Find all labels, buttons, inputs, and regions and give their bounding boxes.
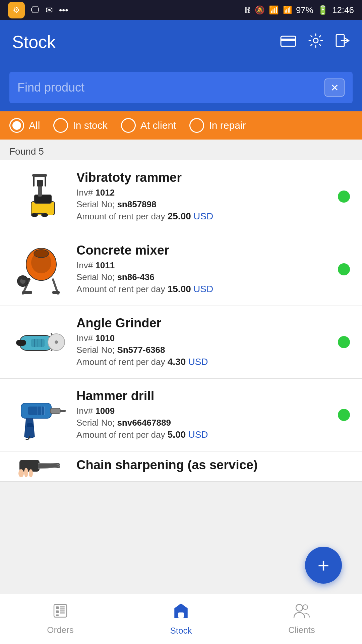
svg-rect-20 <box>22 291 32 294</box>
svg-rect-49 <box>56 614 59 616</box>
product-image-rammer <box>9 170 70 223</box>
svg-rect-1 <box>281 39 296 41</box>
product-name: Chain sharpening (as service) <box>76 458 353 472</box>
svg-point-45 <box>29 469 33 477</box>
add-product-button[interactable]: + <box>305 547 342 584</box>
svg-point-55 <box>296 604 303 611</box>
product-list: Vibratoty rammer Inv# 1012 Serial No; sn… <box>0 160 362 482</box>
svg-rect-14 <box>36 213 44 214</box>
nav-stock[interactable]: Stock <box>121 598 241 640</box>
svg-rect-51 <box>60 608 65 609</box>
battery-percent: 97% <box>296 5 313 15</box>
page-title: Stock <box>12 32 56 52</box>
product-image-mixer <box>9 243 70 296</box>
radio-all-inner <box>12 121 21 130</box>
status-indicator <box>338 409 350 421</box>
stock-icon <box>173 602 189 623</box>
svg-rect-29 <box>16 340 26 346</box>
product-name: Angle Grinder <box>76 316 331 330</box>
radio-client-outer <box>121 118 136 133</box>
svg-point-43 <box>18 469 24 477</box>
clients-icon <box>293 603 310 622</box>
status-dots: ••• <box>59 5 68 15</box>
filter-in-stock-label: In stock <box>73 120 107 131</box>
svg-rect-21 <box>52 291 60 294</box>
product-name: Vibratoty rammer <box>76 170 331 185</box>
filter-in-stock[interactable]: In stock <box>53 118 107 133</box>
card-icon[interactable] <box>280 34 296 50</box>
app-header: Stock <box>0 20 362 64</box>
table-row[interactable]: Vibratoty rammer Inv# 1012 Serial No; sn… <box>0 160 362 233</box>
product-price: Amount of rent per day 25.00 USD <box>76 211 331 222</box>
product-info-drill: Hammer drill Inv# 1009 Serial No; snv664… <box>76 389 331 441</box>
mute-icon: 🔕 <box>255 5 265 15</box>
radio-stock-outer <box>53 118 68 133</box>
orders-icon <box>53 603 68 622</box>
signal-icon: 📶 <box>283 6 292 14</box>
filter-all[interactable]: All <box>9 118 40 133</box>
status-bar-left: ⚙ 🖵 ✉ ••• <box>8 2 68 18</box>
svg-rect-52 <box>60 610 65 611</box>
nav-clients[interactable]: Clients <box>241 599 362 639</box>
svg-rect-11 <box>32 174 47 177</box>
product-image-chain <box>9 451 70 482</box>
product-inv: Inv# 1009 <box>76 406 331 416</box>
svg-rect-37 <box>27 423 33 427</box>
product-inv: Inv# 1010 <box>76 333 331 343</box>
table-row[interactable]: Concrete mixer Inv# 1011 Serial No; sn86… <box>0 233 362 306</box>
svg-point-17 <box>34 250 49 258</box>
filter-at-client[interactable]: At client <box>121 118 176 133</box>
radio-repair-outer <box>189 118 204 133</box>
clients-label: Clients <box>288 625 315 635</box>
product-image-grinder <box>9 315 70 369</box>
header-actions <box>280 33 350 51</box>
status-icon-sim: 🖵 <box>31 5 40 15</box>
filter-in-repair[interactable]: In repair <box>189 118 246 133</box>
product-info-rammer: Vibratoty rammer Inv# 1012 Serial No; sn… <box>76 170 331 223</box>
nav-orders[interactable]: Orders <box>0 599 121 639</box>
status-bar: ⚙ 🖵 ✉ ••• 𝔹 🔕 📶 📶 97% 🔋 12:46 <box>0 0 362 20</box>
svg-rect-34 <box>28 407 45 415</box>
radio-all-outer <box>9 118 24 133</box>
product-serial: Serial No; sn86-436 <box>76 272 331 282</box>
product-serial: Serial No; sn857898 <box>76 199 331 210</box>
table-row[interactable]: Hammer drill Inv# 1009 Serial No; snv664… <box>0 379 362 451</box>
time: 12:46 <box>332 5 354 15</box>
svg-point-2 <box>313 38 318 43</box>
battery-icon: 🔋 <box>317 5 328 15</box>
filter-at-client-label: At client <box>140 120 176 131</box>
svg-rect-8 <box>37 180 43 186</box>
svg-point-56 <box>303 605 308 609</box>
svg-rect-48 <box>56 610 59 613</box>
product-price: Amount of rent per day 5.00 USD <box>76 429 331 440</box>
status-indicator <box>338 263 350 275</box>
search-input[interactable] <box>17 80 319 95</box>
filter-in-repair-label: In repair <box>209 120 246 131</box>
svg-rect-7 <box>38 185 42 197</box>
search-container: ✕ <box>0 64 362 111</box>
svg-rect-6 <box>35 195 51 203</box>
product-name: Hammer drill <box>76 389 331 403</box>
svg-rect-35 <box>50 408 60 414</box>
product-name: Concrete mixer <box>76 243 331 258</box>
bluetooth-icon: 𝔹 <box>244 5 251 15</box>
wifi-icon: 📶 <box>269 5 279 15</box>
svg-rect-53 <box>60 612 65 613</box>
filter-all-label: All <box>29 120 40 131</box>
filter-bar: All In stock At client In repair <box>0 111 362 140</box>
bottom-navigation: Orders Stock Clients <box>0 594 362 644</box>
settings-icon[interactable] <box>308 33 323 51</box>
search-clear-button[interactable]: ✕ <box>324 78 345 97</box>
search-bar: ✕ <box>9 72 353 103</box>
product-inv: Inv# 1011 <box>76 260 331 271</box>
table-row[interactable]: Chain sharpening (as service) <box>0 451 362 482</box>
logout-icon[interactable] <box>335 33 350 51</box>
table-row[interactable]: Angle Grinder Inv# 1010 Serial No; Sn577… <box>0 306 362 379</box>
product-price: Amount of rent per day 15.00 USD <box>76 284 331 294</box>
svg-rect-36 <box>60 410 66 412</box>
product-serial: Serial No; snv66467889 <box>76 418 331 428</box>
product-info-chain: Chain sharpening (as service) <box>76 458 353 475</box>
svg-rect-24 <box>22 278 30 280</box>
product-info-grinder: Angle Grinder Inv# 1010 Serial No; Sn577… <box>76 316 331 369</box>
found-count: Found 5 <box>0 140 362 160</box>
